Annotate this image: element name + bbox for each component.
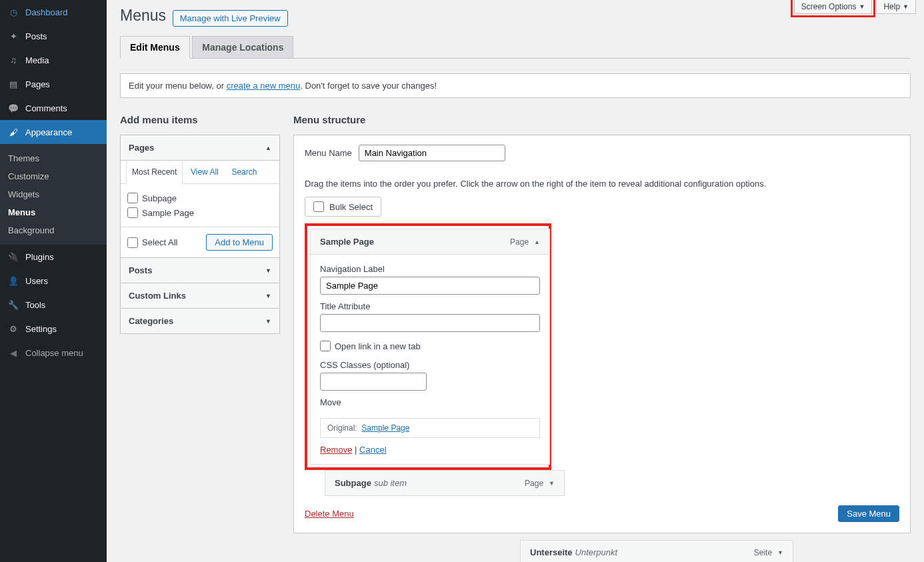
chevron-down-icon: ▼ — [777, 549, 783, 556]
wrench-icon: 🔧 — [7, 298, 20, 311]
sidebar-item-settings[interactable]: ⚙Settings — [0, 317, 107, 341]
bulk-select-checkbox[interactable] — [313, 201, 324, 212]
pin-icon: ✦ — [7, 29, 20, 43]
bulk-select[interactable]: Bulk Select — [305, 197, 381, 217]
sidebar-item-plugins[interactable]: 🔌Plugins — [0, 245, 107, 269]
chevron-down-icon: ▼ — [859, 3, 865, 10]
minitab-search[interactable]: Search — [226, 161, 262, 183]
sliders-icon: ⚙ — [7, 322, 20, 335]
highlighted-item: Sample Page Page▲ Navigation Label Title… — [305, 223, 551, 470]
accordion-categories[interactable]: Categories▼ — [120, 308, 280, 334]
sidebar-item-tools[interactable]: 🔧Tools — [0, 293, 107, 317]
sidebar-item-users[interactable]: 👤Users — [0, 269, 107, 293]
admin-sidebar: ◷Dashboard ✦Posts ♫Media ▤Pages 💬Comment… — [0, 0, 107, 562]
save-menu-button[interactable]: Save Menu — [838, 505, 899, 522]
css-classes-label: CSS Classes (optional) — [320, 360, 540, 370]
dashboard-icon: ◷ — [7, 5, 20, 19]
chevron-down-icon: ▼ — [549, 480, 555, 487]
chevron-down-icon: ▼ — [903, 3, 909, 10]
submenu-menus[interactable]: Menus — [0, 203, 107, 221]
media-icon: ♫ — [7, 53, 20, 67]
delete-menu-link[interactable]: Delete Menu — [305, 509, 354, 519]
info-notice: Edit your menu below, or create a new me… — [120, 73, 911, 98]
nav-label-input[interactable] — [320, 277, 540, 295]
sidebar-item-appearance[interactable]: 🖌Appearance — [0, 120, 107, 144]
page-icon: ▤ — [7, 77, 20, 91]
submenu-background[interactable]: Background — [0, 221, 107, 239]
cancel-link[interactable]: Cancel — [359, 445, 386, 455]
submenu-customize[interactable]: Customize — [0, 167, 107, 185]
nav-label: Navigation Label — [320, 264, 540, 274]
help-tab[interactable]: Help ▼ — [876, 0, 916, 14]
original-box: Original: Sample Page — [320, 418, 540, 438]
page-checkbox-subpage[interactable] — [127, 193, 138, 203]
remove-link[interactable]: Remove — [320, 445, 352, 455]
menu-sub-item-bar[interactable]: Subpagesub item Page▼ — [325, 471, 564, 495]
sidebar-item-comments[interactable]: 💬Comments — [0, 96, 107, 120]
page-checkbox-sample[interactable] — [127, 207, 138, 218]
screen-options-tab[interactable]: Screen Options ▼ — [794, 0, 873, 14]
menu-name-input[interactable] — [359, 145, 505, 161]
tab-manage-locations[interactable]: Manage Locations — [192, 36, 293, 58]
secondary-fragment: UnterseiteUnterpunkt Seite▼ Menü löschen… — [500, 540, 793, 562]
add-items-heading: Add menu items — [120, 114, 280, 125]
drag-hint: Drag the items into the order you prefer… — [305, 179, 899, 189]
minitab-recent[interactable]: Most Recent — [126, 161, 183, 184]
chevron-up-icon: ▲ — [534, 239, 540, 245]
comment-icon: 💬 — [7, 101, 20, 115]
title-attr-label: Title Attribute — [320, 301, 540, 311]
nav-tabs: Edit Menus Manage Locations — [120, 36, 911, 59]
menu-structure-heading: Menu structure — [293, 114, 911, 125]
accordion-posts[interactable]: Posts▼ — [120, 257, 280, 283]
chevron-up-icon: ▲ — [265, 145, 271, 151]
create-menu-link[interactable]: create a new menu — [227, 81, 301, 91]
menu-name-label: Menu Name — [305, 148, 352, 158]
tab-edit-menus[interactable]: Edit Menus — [120, 36, 190, 59]
user-icon: 👤 — [7, 274, 20, 287]
main-content: Screen Options ▼ Help ▼ Menus Manage wit… — [107, 0, 924, 562]
plug-icon: 🔌 — [7, 250, 20, 263]
sidebar-item-posts[interactable]: ✦Posts — [0, 24, 107, 48]
accordion-pages-toggle[interactable]: Pages▲ — [121, 135, 279, 160]
menu-item-bar-de[interactable]: UnterseiteUnterpunkt Seite▼ — [521, 541, 793, 562]
css-classes-input[interactable] — [320, 373, 427, 391]
menu-item-subpage: Subpagesub item Page▼ — [325, 470, 565, 496]
top-tabs: Screen Options ▼ Help ▼ — [794, 0, 916, 14]
menu-item-bar[interactable]: Sample Page Page▲ — [311, 229, 549, 254]
select-all-checkbox[interactable] — [127, 237, 138, 248]
sidebar-item-media[interactable]: ♫Media — [0, 48, 107, 72]
new-tab-checkbox[interactable] — [320, 341, 331, 351]
menu-frame: Menu Name Drag the items into the order … — [293, 135, 911, 533]
move-label: Move — [320, 397, 540, 407]
collapse-icon: ◀ — [7, 346, 20, 359]
sidebar-item-pages[interactable]: ▤Pages — [0, 72, 107, 96]
submenu-widgets[interactable]: Widgets — [0, 185, 107, 203]
sidebar-item-dashboard[interactable]: ◷Dashboard — [0, 0, 107, 24]
minitab-view-all[interactable]: View All — [185, 161, 224, 183]
brush-icon: 🖌 — [7, 125, 20, 139]
page-title: Menus — [120, 7, 166, 25]
original-link[interactable]: Sample Page — [361, 423, 409, 433]
menu-item-sample-page: Sample Page Page▲ Navigation Label Title… — [310, 229, 550, 465]
submenu-themes[interactable]: Themes — [0, 149, 107, 167]
menu-item-unterseite: UnterseiteUnterpunkt Seite▼ — [520, 540, 793, 562]
accordion-custom-links[interactable]: Custom Links▼ — [120, 283, 280, 309]
sidebar-submenu-appearance: Themes Customize Widgets Menus Backgroun… — [0, 144, 107, 245]
chevron-down-icon: ▼ — [265, 267, 271, 274]
live-preview-button[interactable]: Manage with Live Preview — [173, 10, 288, 27]
add-to-menu-button[interactable]: Add to Menu — [206, 234, 273, 251]
accordion-pages: Pages▲ Most Recent View All Search Subpa… — [120, 135, 280, 258]
chevron-down-icon: ▼ — [265, 318, 271, 325]
chevron-down-icon: ▼ — [265, 293, 271, 299]
collapse-menu[interactable]: ◀Collapse menu — [0, 341, 107, 365]
title-attr-input[interactable] — [320, 314, 540, 332]
